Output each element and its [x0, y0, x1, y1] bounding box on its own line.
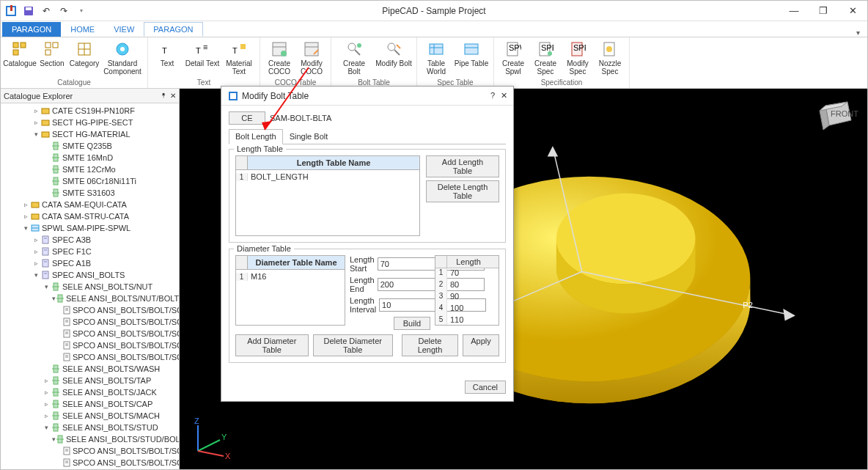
tree-node[interactable]: SPCO ANSI_BOLTS/BOLT/SCOM-M12	[1, 316, 179, 328]
undo-button[interactable]: ↶	[39, 4, 54, 18]
svg-text:SPEC: SPEC	[541, 43, 553, 52]
create-coco-button[interactable]: Create COCO	[265, 39, 294, 77]
modify-coco-button[interactable]: Modify COCO	[297, 39, 326, 77]
qat-dropdown[interactable]: ▾	[74, 4, 89, 18]
table-row[interactable]: 5110	[435, 315, 499, 326]
cancel-button[interactable]: Cancel	[465, 381, 506, 394]
catalogue-explorer-header: Catalogue Explorer 🖈 ✕	[1, 89, 179, 103]
tree-node[interactable]: SPCO ANSI_BOLTS/BOLT/SCOM-M14	[1, 328, 179, 339]
tree-node[interactable]: SMTE 12CrMo	[1, 164, 179, 175]
tree-node[interactable]: ▹CATA SAM-STRU-CATA	[1, 210, 179, 222]
tree-node[interactable]: ▹SPEC A1B	[1, 257, 179, 269]
material-text-button[interactable]: TMaterial Text	[223, 39, 255, 77]
panel-close-icon[interactable]: ✕	[170, 92, 176, 100]
qat-save-icon[interactable]	[21, 4, 36, 18]
section-button[interactable]: Section	[37, 39, 67, 77]
tree-node[interactable]: ▹SELE ANSI_BOLTS/JACK	[1, 386, 179, 398]
ce-button[interactable]: CE	[229, 111, 265, 125]
tab-bolt-length[interactable]: Bolt Length	[229, 129, 283, 144]
create-bolt-button[interactable]: Create Bolt	[336, 39, 372, 77]
tab-paragon-primary[interactable]: PARAGON	[2, 22, 61, 37]
table-row[interactable]: 4100	[435, 304, 499, 315]
dialog-icon	[227, 90, 239, 102]
pipe-table-button[interactable]: Pipe Table	[454, 39, 489, 77]
tree-node[interactable]: ▹SELE ANSI_BOLTS/TAP	[1, 375, 179, 386]
svg-rect-44	[42, 132, 49, 137]
tree-node[interactable]: ▹SPEC F1C	[1, 246, 179, 257]
tree-node[interactable]: ▹SECT HG-PIPE-SECT	[1, 117, 179, 128]
title-bar: ↶ ↷ ▾ PipeCAD - Sample Project — ❐ ✕	[1, 1, 867, 21]
length-values-grid[interactable]: Length 1702803904100511061207130	[435, 255, 499, 326]
catalogue-tree[interactable]: ▹CATE CS19H-PN10RF▹SECT HG-PIPE-SECT▾SEC…	[1, 103, 179, 469]
length-table-grid[interactable]: Length Table Name 1BOLT_LENGTH	[235, 155, 420, 236]
maximize-button[interactable]: ❐	[809, 1, 838, 21]
tree-node[interactable]: SMTE S31603	[1, 187, 179, 199]
dialog-help-button[interactable]: ?	[490, 91, 495, 100]
tab-paragon[interactable]: PARAGON	[144, 22, 202, 37]
dialog-close-button[interactable]: ✕	[501, 91, 507, 100]
delete-length-table-button[interactable]: Delete Length Table	[426, 180, 499, 202]
tree-node[interactable]: SPCO ANSI_BOLTS/BOLT/SCOM-M10	[1, 304, 179, 316]
create-spec-button[interactable]: SPECCreate Spec	[531, 39, 560, 77]
build-button[interactable]: Build	[394, 317, 430, 330]
table-row[interactable]: 280	[435, 280, 499, 292]
ribbon-collapse-icon[interactable]: ▾	[849, 29, 867, 37]
delete-diameter-table-button[interactable]: Delete Diameter Table	[313, 334, 393, 356]
redo-button[interactable]: ↷	[56, 4, 71, 18]
group-coco: Create COCO Modify COCO COCO Table	[260, 37, 331, 88]
tree-node[interactable]: SPCO ANSI_BOLTS/BOLT/SCOM-M22	[1, 457, 179, 469]
table-row[interactable]: 1BOLT_LENGTH	[236, 170, 419, 183]
table-row[interactable]: 170	[435, 268, 499, 280]
catalogue-button[interactable]: Catalogue	[5, 39, 34, 77]
text-button[interactable]: TText	[152, 39, 182, 77]
tree-node[interactable]: ▾SPEC ANSI_BOLTS	[1, 269, 179, 281]
tab-view[interactable]: VIEW	[104, 22, 144, 37]
tree-node[interactable]: SPCO ANSI_BOLTS/BOLT/SCOM-M24	[1, 469, 179, 469]
tab-single-bolt[interactable]: Single Bolt	[283, 129, 335, 144]
view-cube[interactable]: FRONT	[814, 95, 858, 139]
nozzle-spec-button[interactable]: Nozzle Spec	[595, 39, 625, 77]
close-button[interactable]: ✕	[838, 1, 867, 21]
minimize-button[interactable]: —	[779, 1, 809, 21]
svg-text:T: T	[232, 46, 238, 55]
tree-node[interactable]: ▹SPEC A3B	[1, 234, 179, 246]
table-world-button[interactable]: Table World	[422, 39, 451, 77]
svg-rect-28	[430, 44, 443, 54]
dialog-titlebar[interactable]: Modify Bolt Table ? ✕	[221, 87, 513, 106]
add-diameter-table-button[interactable]: Add Diameter Table	[235, 334, 309, 356]
ce-value: SAM-BOLT-BLTA	[270, 114, 331, 122]
create-spwl-button[interactable]: SPWLCreate Spwl	[499, 39, 528, 77]
tree-node[interactable]: SPCO ANSI_BOLTS/BOLT/SCOM-M16	[1, 339, 179, 351]
tree-node[interactable]: ▹CATA SAM-EQUI-CATA	[1, 199, 179, 210]
tree-node[interactable]: ▾SPWL SAM-PIPE-SPWL	[1, 222, 179, 234]
modify-spec-button[interactable]: SPECModify Spec	[563, 39, 592, 77]
tree-node[interactable]: ▹SELE ANSI_BOLTS/MACH	[1, 410, 179, 422]
svg-text:Z: Z	[194, 418, 199, 425]
tree-node[interactable]: ▹CATE CS19H-PN10RF	[1, 105, 179, 117]
tree-node[interactable]: ▹SELE ANSI_BOLTS/CAP	[1, 398, 179, 410]
tree-node[interactable]: ▾SELE ANSI_BOLTS/STUD/BOLT	[1, 433, 179, 445]
tab-home[interactable]: HOME	[61, 22, 104, 37]
delete-length-button[interactable]: Delete Length	[402, 334, 458, 356]
table-row[interactable]: 390	[435, 292, 499, 304]
tree-node[interactable]: SMTE Q235B	[1, 140, 179, 152]
tree-node[interactable]: SMTE 16MnD	[1, 152, 179, 164]
standard-component-button[interactable]: Standard Component	[102, 39, 143, 77]
category-button[interactable]: Category	[70, 39, 99, 77]
tree-node[interactable]: ▾SELE ANSI_BOLTS/STUD	[1, 422, 179, 433]
diameter-table-grid[interactable]: Diameter Table Name 1M16	[235, 255, 345, 326]
tree-node[interactable]: SPCO ANSI_BOLTS/BOLT/SCOM-M20	[1, 445, 179, 457]
tree-node[interactable]: SMTE 06Cr18Ni11Ti	[1, 175, 179, 187]
panel-pin-icon[interactable]: 🖈	[161, 92, 167, 100]
modify-bolt-button[interactable]: Modify Bolt	[375, 39, 412, 77]
add-length-table-button[interactable]: Add Length Table	[426, 155, 499, 177]
tree-node[interactable]: ▾SELE ANSI_BOLTS/NUT	[1, 281, 179, 293]
apply-button[interactable]: Apply	[463, 334, 499, 356]
tree-node[interactable]: ▾SECT HG-MATERIAL	[1, 128, 179, 140]
table-row[interactable]: 1M16	[236, 270, 345, 283]
tree-node[interactable]: ▾SELE ANSI_BOLTS/NUT/BOLT	[1, 293, 179, 304]
detail-text-button[interactable]: T≡Detail Text	[185, 39, 220, 77]
tree-node[interactable]: SPCO ANSI_BOLTS/BOLT/SCOM-M18	[1, 351, 179, 363]
tree-node[interactable]: SELE ANSI_BOLTS/WASH	[1, 363, 179, 375]
catalogue-explorer-title: Catalogue Explorer	[4, 92, 73, 100]
